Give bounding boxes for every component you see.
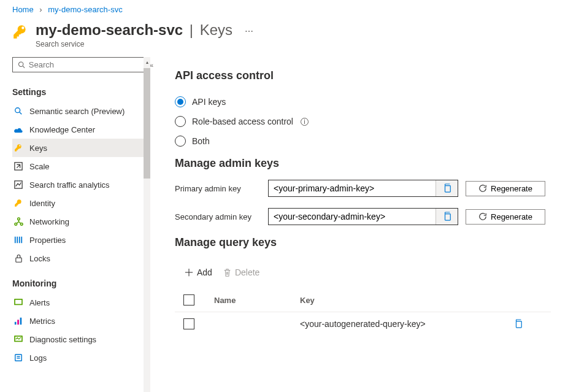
logs-icon <box>13 353 23 363</box>
copy-icon <box>443 183 451 193</box>
identity-icon <box>13 198 23 208</box>
sidebar-group-monitoring: Monitoring <box>12 272 150 293</box>
regenerate-primary-button[interactable]: Regenerate <box>466 181 545 196</box>
secondary-key-row: Secondary admin key Regenerate <box>175 208 551 225</box>
svg-rect-24 <box>445 186 450 193</box>
sidebar-item-semantic-search[interactable]: Semantic search (Preview) <box>12 102 148 120</box>
sidebar-search[interactable] <box>12 57 145 72</box>
sidebar-item-label: Search traffic analytics <box>29 180 110 190</box>
svg-rect-15 <box>15 300 21 304</box>
scrollbar[interactable]: ▴ <box>144 57 150 392</box>
copy-primary-button[interactable] <box>436 180 458 196</box>
manage-admin-heading: Manage admin keys <box>175 157 551 170</box>
breadcrumb-resource[interactable]: my-demo-search-svc <box>48 5 122 14</box>
regenerate-secondary-button[interactable]: Regenerate <box>466 209 545 225</box>
metrics-icon <box>13 316 23 326</box>
key-icon <box>13 143 23 153</box>
radio-icon <box>175 96 186 107</box>
svg-rect-28 <box>516 321 522 328</box>
info-icon[interactable]: i <box>301 118 309 126</box>
svg-rect-17 <box>17 320 19 325</box>
api-access-heading: API access control <box>175 69 551 82</box>
lock-icon <box>13 253 23 263</box>
sidebar-group-settings: Settings <box>12 81 150 102</box>
copy-query-key-button[interactable] <box>514 319 551 329</box>
copy-icon <box>443 212 451 221</box>
radio-rbac[interactable]: Role-based access control i <box>175 112 551 131</box>
sidebar: « Settings Semantic search (Preview) Kno… <box>0 57 150 392</box>
sidebar-item-logs[interactable]: Logs <box>12 348 148 367</box>
sidebar-item-label: Locks <box>29 254 50 263</box>
table-row: <your-autogenerated-query-key> <box>175 312 551 336</box>
breadcrumb: Home › my-demo-search-svc <box>0 0 568 17</box>
row-checkbox[interactable] <box>183 318 194 329</box>
radio-icon <box>175 136 186 147</box>
scrollbar-thumb[interactable] <box>144 68 150 179</box>
radio-label: Both <box>192 136 210 146</box>
sidebar-item-keys[interactable]: Keys <box>12 139 148 157</box>
api-access-radio-group: API keys Role-based access control i Bot… <box>175 92 551 151</box>
sidebar-item-label: Networking <box>29 217 69 226</box>
trash-icon <box>223 268 231 277</box>
sidebar-item-label: Knowledge Center <box>29 125 95 134</box>
diagnostic-icon <box>13 334 23 344</box>
svg-rect-11 <box>19 237 20 244</box>
sidebar-item-diagnostic[interactable]: Diagnostic settings <box>12 330 148 348</box>
sidebar-item-scale[interactable]: Scale <box>12 157 148 175</box>
network-icon <box>13 217 23 226</box>
col-key: Key <box>300 296 514 305</box>
sidebar-item-alerts[interactable]: Alerts <box>12 293 148 312</box>
svg-line-1 <box>23 66 25 68</box>
scroll-up-icon[interactable]: ▴ <box>144 58 150 66</box>
copy-secondary-button[interactable] <box>436 209 458 225</box>
row-key: <your-autogenerated-query-key> <box>300 319 514 329</box>
page-header: my-demo-search-svc | Keys Search service… <box>0 17 568 57</box>
svg-rect-12 <box>21 237 22 244</box>
svg-point-0 <box>18 62 23 66</box>
page-subtitle: Search service <box>36 40 232 48</box>
page-title: my-demo-search-svc | Keys <box>36 21 232 39</box>
sidebar-item-label: Alerts <box>29 298 50 307</box>
query-keys-toolbar: Add Delete <box>175 259 551 288</box>
delete-query-key-button: Delete <box>223 267 259 277</box>
add-query-key-button[interactable]: Add <box>185 267 212 277</box>
key-icon <box>12 24 28 40</box>
sidebar-item-label: Diagnostic settings <box>29 335 96 344</box>
sidebar-item-identity[interactable]: Identity <box>12 194 148 212</box>
secondary-key-label: Secondary admin key <box>175 212 261 221</box>
radio-label: API keys <box>192 97 226 107</box>
sidebar-item-networking[interactable]: Networking <box>12 212 148 231</box>
svg-rect-16 <box>15 322 17 325</box>
sidebar-search-input[interactable] <box>29 60 139 69</box>
cloud-icon <box>13 125 23 134</box>
copy-icon <box>514 319 523 329</box>
svg-rect-25 <box>445 214 450 221</box>
col-name: Name <box>214 296 300 305</box>
primary-key-label: Primary admin key <box>175 184 261 193</box>
radio-api-keys[interactable]: API keys <box>175 92 551 112</box>
primary-key-row: Primary admin key Regenerate <box>175 180 551 197</box>
svg-rect-21 <box>15 355 22 361</box>
query-keys-table: Name Key <your-autogenerated-query-key> <box>175 288 551 336</box>
select-all-checkbox[interactable] <box>183 294 194 306</box>
sidebar-item-label: Keys <box>29 144 47 153</box>
svg-rect-9 <box>15 237 16 244</box>
breadcrumb-home[interactable]: Home <box>12 5 34 14</box>
svg-rect-18 <box>20 318 22 325</box>
search-icon <box>18 61 25 69</box>
sidebar-item-locks[interactable]: Locks <box>12 249 148 267</box>
radio-both[interactable]: Both <box>175 131 551 151</box>
chevron-right-icon: › <box>39 5 42 14</box>
primary-key-field[interactable] <box>269 180 436 196</box>
sidebar-item-traffic-analytics[interactable]: Search traffic analytics <box>12 175 148 194</box>
sidebar-item-label: Properties <box>29 236 66 245</box>
sidebar-item-metrics[interactable]: Metrics <box>12 312 148 330</box>
secondary-key-field[interactable] <box>269 209 436 225</box>
sidebar-item-label: Logs <box>29 353 47 363</box>
sidebar-item-properties[interactable]: Properties <box>12 231 148 249</box>
sidebar-item-knowledge-center[interactable]: Knowledge Center <box>12 120 148 139</box>
more-menu-button[interactable]: ⋯ <box>245 26 253 36</box>
manage-query-heading: Manage query keys <box>175 236 551 249</box>
scale-icon <box>13 161 23 171</box>
svg-point-2 <box>15 108 20 113</box>
